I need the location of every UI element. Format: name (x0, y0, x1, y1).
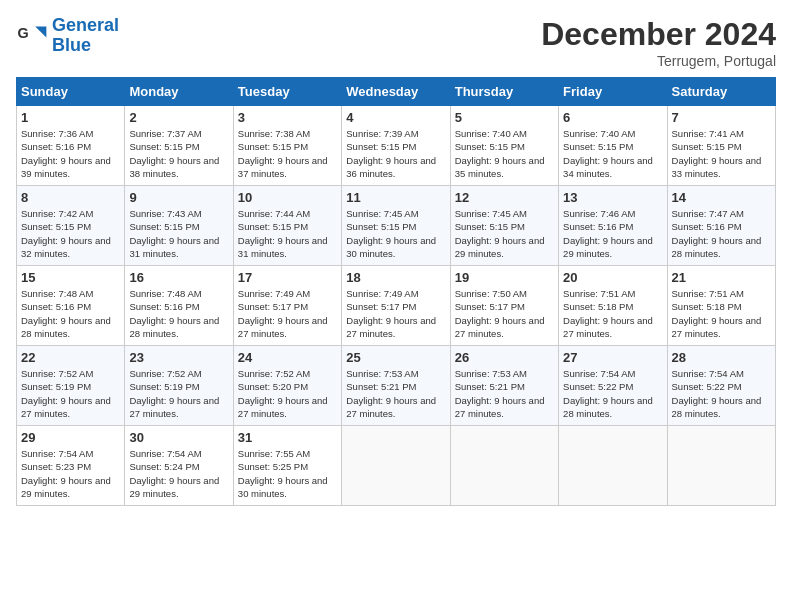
day-info: Sunrise: 7:39 AMSunset: 5:15 PMDaylight:… (346, 128, 436, 179)
day-info: Sunrise: 7:48 AMSunset: 5:16 PMDaylight:… (21, 288, 111, 339)
day-number: 22 (21, 350, 120, 365)
calendar-body: 1Sunrise: 7:36 AMSunset: 5:16 PMDaylight… (17, 106, 776, 506)
calendar-cell: 6Sunrise: 7:40 AMSunset: 5:15 PMDaylight… (559, 106, 667, 186)
calendar-cell (342, 426, 450, 506)
day-info: Sunrise: 7:51 AMSunset: 5:18 PMDaylight:… (672, 288, 762, 339)
day-info: Sunrise: 7:45 AMSunset: 5:15 PMDaylight:… (455, 208, 545, 259)
day-info: Sunrise: 7:54 AMSunset: 5:24 PMDaylight:… (129, 448, 219, 499)
calendar-cell: 25Sunrise: 7:53 AMSunset: 5:21 PMDayligh… (342, 346, 450, 426)
weekday-sunday: Sunday (17, 78, 125, 106)
day-number: 17 (238, 270, 337, 285)
day-info: Sunrise: 7:37 AMSunset: 5:15 PMDaylight:… (129, 128, 219, 179)
calendar-cell: 11Sunrise: 7:45 AMSunset: 5:15 PMDayligh… (342, 186, 450, 266)
calendar-cell: 9Sunrise: 7:43 AMSunset: 5:15 PMDaylight… (125, 186, 233, 266)
calendar-cell: 22Sunrise: 7:52 AMSunset: 5:19 PMDayligh… (17, 346, 125, 426)
day-info: Sunrise: 7:48 AMSunset: 5:16 PMDaylight:… (129, 288, 219, 339)
calendar-cell: 4Sunrise: 7:39 AMSunset: 5:15 PMDaylight… (342, 106, 450, 186)
day-info: Sunrise: 7:54 AMSunset: 5:23 PMDaylight:… (21, 448, 111, 499)
calendar-cell: 14Sunrise: 7:47 AMSunset: 5:16 PMDayligh… (667, 186, 775, 266)
day-info: Sunrise: 7:45 AMSunset: 5:15 PMDaylight:… (346, 208, 436, 259)
calendar-cell: 15Sunrise: 7:48 AMSunset: 5:16 PMDayligh… (17, 266, 125, 346)
day-number: 9 (129, 190, 228, 205)
day-number: 18 (346, 270, 445, 285)
day-info: Sunrise: 7:46 AMSunset: 5:16 PMDaylight:… (563, 208, 653, 259)
calendar-cell: 7Sunrise: 7:41 AMSunset: 5:15 PMDaylight… (667, 106, 775, 186)
day-info: Sunrise: 7:52 AMSunset: 5:20 PMDaylight:… (238, 368, 328, 419)
day-number: 14 (672, 190, 771, 205)
day-number: 30 (129, 430, 228, 445)
logo-icon: G (16, 20, 48, 52)
calendar-cell: 5Sunrise: 7:40 AMSunset: 5:15 PMDaylight… (450, 106, 558, 186)
calendar-cell: 10Sunrise: 7:44 AMSunset: 5:15 PMDayligh… (233, 186, 341, 266)
svg-marker-1 (35, 26, 46, 37)
calendar-cell: 2Sunrise: 7:37 AMSunset: 5:15 PMDaylight… (125, 106, 233, 186)
day-info: Sunrise: 7:54 AMSunset: 5:22 PMDaylight:… (563, 368, 653, 419)
calendar-table: SundayMondayTuesdayWednesdayThursdayFrid… (16, 77, 776, 506)
logo: G General Blue (16, 16, 119, 56)
day-number: 13 (563, 190, 662, 205)
calendar-cell: 18Sunrise: 7:49 AMSunset: 5:17 PMDayligh… (342, 266, 450, 346)
day-info: Sunrise: 7:49 AMSunset: 5:17 PMDaylight:… (238, 288, 328, 339)
day-info: Sunrise: 7:49 AMSunset: 5:17 PMDaylight:… (346, 288, 436, 339)
weekday-saturday: Saturday (667, 78, 775, 106)
calendar-cell: 12Sunrise: 7:45 AMSunset: 5:15 PMDayligh… (450, 186, 558, 266)
day-number: 8 (21, 190, 120, 205)
day-info: Sunrise: 7:53 AMSunset: 5:21 PMDaylight:… (455, 368, 545, 419)
week-row-2: 15Sunrise: 7:48 AMSunset: 5:16 PMDayligh… (17, 266, 776, 346)
weekday-wednesday: Wednesday (342, 78, 450, 106)
weekday-header-row: SundayMondayTuesdayWednesdayThursdayFrid… (17, 78, 776, 106)
day-number: 2 (129, 110, 228, 125)
calendar-cell: 27Sunrise: 7:54 AMSunset: 5:22 PMDayligh… (559, 346, 667, 426)
calendar-cell: 21Sunrise: 7:51 AMSunset: 5:18 PMDayligh… (667, 266, 775, 346)
calendar-cell: 30Sunrise: 7:54 AMSunset: 5:24 PMDayligh… (125, 426, 233, 506)
calendar-cell: 19Sunrise: 7:50 AMSunset: 5:17 PMDayligh… (450, 266, 558, 346)
day-info: Sunrise: 7:51 AMSunset: 5:18 PMDaylight:… (563, 288, 653, 339)
calendar-cell (667, 426, 775, 506)
week-row-3: 22Sunrise: 7:52 AMSunset: 5:19 PMDayligh… (17, 346, 776, 426)
day-number: 26 (455, 350, 554, 365)
calendar-cell: 24Sunrise: 7:52 AMSunset: 5:20 PMDayligh… (233, 346, 341, 426)
day-info: Sunrise: 7:38 AMSunset: 5:15 PMDaylight:… (238, 128, 328, 179)
day-number: 19 (455, 270, 554, 285)
day-number: 3 (238, 110, 337, 125)
calendar-cell: 17Sunrise: 7:49 AMSunset: 5:17 PMDayligh… (233, 266, 341, 346)
day-number: 20 (563, 270, 662, 285)
calendar-cell: 3Sunrise: 7:38 AMSunset: 5:15 PMDaylight… (233, 106, 341, 186)
calendar-cell: 8Sunrise: 7:42 AMSunset: 5:15 PMDaylight… (17, 186, 125, 266)
day-number: 5 (455, 110, 554, 125)
day-number: 29 (21, 430, 120, 445)
day-number: 16 (129, 270, 228, 285)
day-number: 12 (455, 190, 554, 205)
day-info: Sunrise: 7:52 AMSunset: 5:19 PMDaylight:… (21, 368, 111, 419)
week-row-0: 1Sunrise: 7:36 AMSunset: 5:16 PMDaylight… (17, 106, 776, 186)
calendar-cell: 28Sunrise: 7:54 AMSunset: 5:22 PMDayligh… (667, 346, 775, 426)
calendar-cell: 16Sunrise: 7:48 AMSunset: 5:16 PMDayligh… (125, 266, 233, 346)
location: Terrugem, Portugal (541, 53, 776, 69)
day-info: Sunrise: 7:50 AMSunset: 5:17 PMDaylight:… (455, 288, 545, 339)
calendar-cell (559, 426, 667, 506)
day-number: 11 (346, 190, 445, 205)
day-number: 10 (238, 190, 337, 205)
calendar-cell: 31Sunrise: 7:55 AMSunset: 5:25 PMDayligh… (233, 426, 341, 506)
weekday-monday: Monday (125, 78, 233, 106)
day-number: 4 (346, 110, 445, 125)
calendar-cell: 20Sunrise: 7:51 AMSunset: 5:18 PMDayligh… (559, 266, 667, 346)
day-info: Sunrise: 7:36 AMSunset: 5:16 PMDaylight:… (21, 128, 111, 179)
calendar-header: G General Blue December 2024 Terrugem, P… (16, 16, 776, 69)
day-info: Sunrise: 7:42 AMSunset: 5:15 PMDaylight:… (21, 208, 111, 259)
day-info: Sunrise: 7:52 AMSunset: 5:19 PMDaylight:… (129, 368, 219, 419)
day-info: Sunrise: 7:40 AMSunset: 5:15 PMDaylight:… (455, 128, 545, 179)
day-number: 7 (672, 110, 771, 125)
month-title: December 2024 (541, 16, 776, 53)
day-info: Sunrise: 7:53 AMSunset: 5:21 PMDaylight:… (346, 368, 436, 419)
logo-text: General Blue (52, 16, 119, 56)
day-info: Sunrise: 7:43 AMSunset: 5:15 PMDaylight:… (129, 208, 219, 259)
day-number: 31 (238, 430, 337, 445)
day-info: Sunrise: 7:44 AMSunset: 5:15 PMDaylight:… (238, 208, 328, 259)
week-row-1: 8Sunrise: 7:42 AMSunset: 5:15 PMDaylight… (17, 186, 776, 266)
day-number: 1 (21, 110, 120, 125)
calendar-cell: 1Sunrise: 7:36 AMSunset: 5:16 PMDaylight… (17, 106, 125, 186)
svg-text:G: G (18, 24, 29, 40)
day-number: 25 (346, 350, 445, 365)
calendar-cell: 13Sunrise: 7:46 AMSunset: 5:16 PMDayligh… (559, 186, 667, 266)
